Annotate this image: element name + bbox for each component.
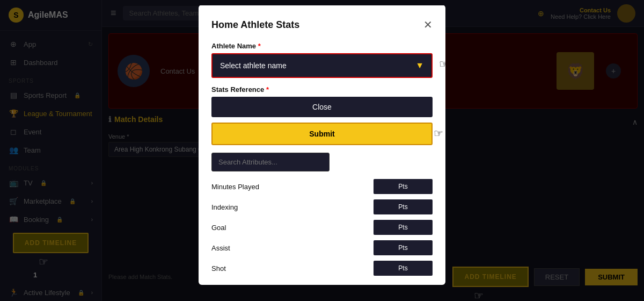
- stats-row-minutes-played: Minutes Played Pts: [211, 179, 433, 194]
- stats-label: Shot: [211, 264, 276, 272]
- modal-title: Home Athlete Stats: [211, 19, 299, 30]
- modal-close-action-button[interactable]: Close: [211, 97, 433, 117]
- stats-label: Assist: [211, 243, 276, 252]
- athlete-select-placeholder: Select athlete name: [220, 61, 287, 70]
- athlete-select-wrapper: Select athlete name ▼ ☞ 2: [211, 53, 433, 78]
- pts-button-indexing[interactable]: Pts: [374, 199, 433, 214]
- stats-row-assist: Assist Pts: [211, 240, 433, 255]
- stats-reference-label: Stats Reference *: [211, 85, 433, 94]
- pts-button-shot[interactable]: Pts: [374, 261, 433, 276]
- modal-close-button[interactable]: ✕: [423, 18, 433, 31]
- required-star-2: *: [266, 85, 269, 94]
- pts-button-minutes[interactable]: Pts: [374, 179, 433, 194]
- modal-header: Home Athlete Stats ✕: [211, 18, 433, 31]
- cursor-hand-3: ☞: [434, 127, 443, 140]
- stats-row-shot: Shot Pts: [211, 261, 433, 276]
- stats-rows-container: Minutes Played Pts Indexing Pts Goal Pts…: [211, 179, 433, 276]
- required-star: *: [258, 42, 261, 50]
- cursor-hand-2: ☞: [439, 58, 445, 70]
- stats-label: Minutes Played: [211, 182, 276, 190]
- dropdown-arrow-icon: ▼: [415, 61, 424, 70]
- stats-row-goal: Goal Pts: [211, 220, 433, 235]
- pts-button-goal[interactable]: Pts: [374, 220, 433, 235]
- stats-row-indexing: Indexing Pts: [211, 199, 433, 214]
- pts-button-assist[interactable]: Pts: [374, 240, 433, 255]
- athlete-name-label: Athlete Name *: [211, 42, 433, 50]
- stats-label: Goal: [211, 223, 276, 231]
- search-attributes-input[interactable]: [211, 153, 330, 171]
- home-athlete-stats-modal: Home Athlete Stats ✕ Athlete Name * Sele…: [199, 5, 445, 285]
- modal-submit-button[interactable]: Submit: [211, 123, 433, 145]
- athlete-select-dropdown[interactable]: Select athlete name ▼: [211, 53, 433, 78]
- submit-btn-wrapper: Submit ☞ 3: [211, 123, 433, 153]
- stats-label: Indexing: [211, 203, 276, 211]
